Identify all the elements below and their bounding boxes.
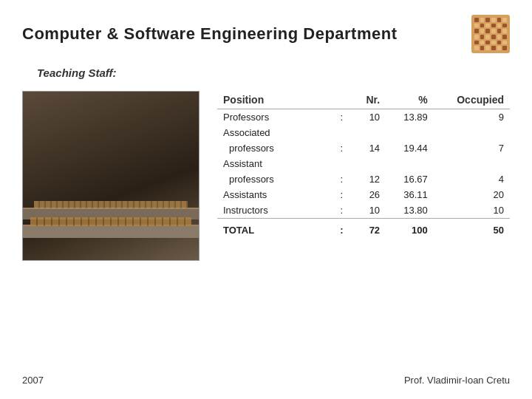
pct-cell: 13.80 [386, 202, 434, 219]
logo-cell [485, 24, 490, 28]
occ-cell: 9 [434, 109, 510, 126]
total-pct: 100 [386, 219, 434, 239]
occ-cell: 7 [434, 140, 510, 156]
colon-cell: : [332, 109, 351, 126]
pct-cell: 16.67 [386, 171, 434, 187]
logo-cell [474, 46, 479, 50]
footer-author: Prof. Vladimir-Ioan Cretu [404, 375, 510, 386]
colon-cell: : [332, 171, 351, 187]
table-row: professors : 14 19.44 7 [217, 140, 510, 156]
occ-cell [434, 156, 510, 171]
nr-cell: 14 [352, 140, 386, 156]
logo-cell [502, 46, 507, 50]
header-row: Position Nr. % Occupied [217, 91, 510, 109]
pct-cell [386, 125, 434, 140]
logo-cell [491, 18, 496, 22]
logo-cell [485, 35, 490, 39]
logo-cell [491, 41, 496, 45]
logo-cell [474, 18, 479, 22]
table-row: Associated [217, 125, 510, 140]
page-title: Computer & Software Engineering Departme… [22, 24, 398, 44]
total-row: TOTAL : 72 100 50 [217, 219, 510, 239]
logo-cell [474, 29, 479, 33]
pct-cell [386, 156, 434, 171]
shelf-bottom [23, 225, 199, 238]
logo-cell [497, 18, 502, 22]
total-occ: 50 [434, 219, 510, 239]
table-header: Position Nr. % Occupied [217, 91, 510, 109]
logo-cell [497, 35, 502, 39]
position-cell: professors [217, 140, 332, 156]
table-row: professors : 12 16.67 4 [217, 171, 510, 187]
logo-cell [485, 18, 490, 22]
logo-cell [480, 18, 485, 22]
position-cell: professors [217, 171, 332, 187]
colon-cell [332, 125, 351, 140]
nr-cell: 26 [352, 187, 386, 202]
table-row: Assistant [217, 156, 510, 171]
col-colon-header [332, 91, 351, 109]
logo-cell [502, 29, 507, 33]
nr-cell [352, 156, 386, 171]
pct-cell: 19.44 [386, 140, 434, 156]
occ-cell: 10 [434, 202, 510, 219]
total-colon: : [332, 219, 351, 239]
col-nr: Nr. [352, 91, 386, 109]
page: Computer & Software Engineering Departme… [0, 0, 532, 399]
nr-cell: 12 [352, 171, 386, 187]
position-cell: Associated [217, 125, 332, 140]
staff-table: Position Nr. % Occupied Professors : 10 … [217, 91, 510, 238]
table-row: Instructors : 10 13.80 10 [217, 202, 510, 219]
col-pct: % [386, 91, 434, 109]
table-section: Position Nr. % Occupied Professors : 10 … [217, 91, 510, 238]
content-area: Position Nr. % Occupied Professors : 10 … [22, 91, 510, 261]
logo-cell [497, 24, 502, 28]
logo-cell [491, 46, 496, 50]
position-cell: Instructors [217, 202, 332, 219]
logo-cell [502, 18, 507, 22]
logo-cell [502, 35, 507, 39]
header: Computer & Software Engineering Departme… [22, 15, 510, 53]
colon-cell [332, 156, 351, 171]
logo-cell [497, 29, 502, 33]
section-label: Teaching Staff: [37, 66, 510, 79]
nr-cell: 10 [352, 202, 386, 219]
logo-cell [480, 46, 485, 50]
occ-cell [434, 125, 510, 140]
table-row: Professors : 10 13.89 9 [217, 109, 510, 126]
logo-cell [474, 35, 479, 39]
position-cell: Assistant [217, 156, 332, 171]
position-cell: Professors [217, 109, 332, 126]
logo-cell [480, 41, 485, 45]
logo-cell [502, 24, 507, 28]
colon-cell: : [332, 187, 351, 202]
col-position: Position [217, 91, 332, 109]
logo-cell [502, 41, 507, 45]
occ-cell: 20 [434, 187, 510, 202]
logo-cell [485, 29, 490, 33]
pct-cell: 36.11 [386, 187, 434, 202]
colon-cell: : [332, 140, 351, 156]
total-nr: 72 [352, 219, 386, 239]
occ-cell: 4 [434, 171, 510, 187]
total-label: TOTAL [217, 219, 332, 239]
logo-cell [480, 35, 485, 39]
logo-cell [480, 29, 485, 33]
table-body: Professors : 10 13.89 9 Associated [217, 109, 510, 239]
col-occupied: Occupied [434, 91, 510, 109]
logo-cell [480, 24, 485, 28]
logo-cell [474, 41, 479, 45]
shelf-items2 [34, 201, 188, 208]
position-cell: Assistants [217, 187, 332, 202]
logo-cell [491, 24, 496, 28]
logo-cell [485, 41, 490, 45]
logo-cell [497, 41, 502, 45]
logo-cell [474, 24, 479, 28]
photo-box [22, 91, 200, 261]
nr-cell: 10 [352, 109, 386, 126]
logo-cell [491, 35, 496, 39]
footer-year: 2007 [22, 375, 44, 386]
logo-cell [485, 46, 490, 50]
table-row: Assistants : 26 36.11 20 [217, 187, 510, 202]
logo-cell [491, 29, 496, 33]
